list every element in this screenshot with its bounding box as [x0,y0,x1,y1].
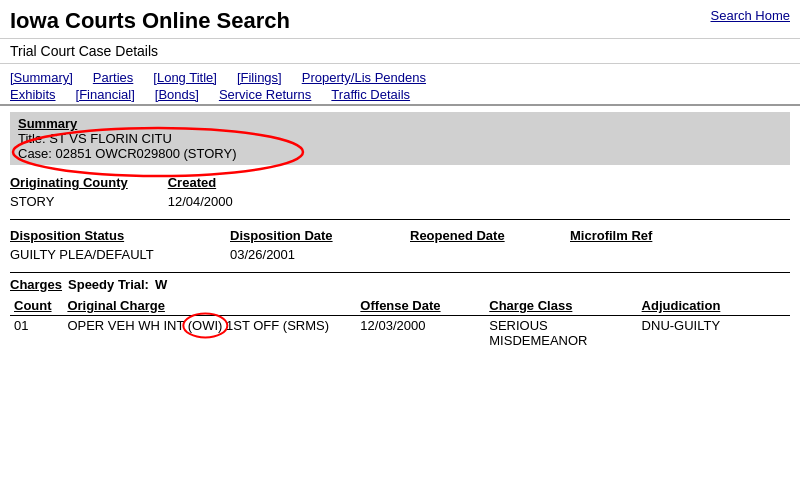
page-header: Iowa Courts Online Search Search Home [0,0,800,39]
charge-text-before: OPER VEH WH INT [67,318,187,333]
charges-table-head: Count Original Charge Offense Date Charg… [10,296,790,316]
speedy-trial-label: Speedy Trial: [68,277,149,292]
microfilm-ref-field: Microfilm Ref [570,224,710,268]
created-label: Created [168,171,233,192]
cell-charge-class: SERIOUSMISDEMEANOR [485,316,637,351]
created-value: 12/04/2000 [168,192,233,215]
charges-table: Count Original Charge Offense Date Charg… [10,296,790,350]
cell-count: 01 [10,316,63,351]
summary-section: Summary Title: ST VS FLORIN CITU Case: 0… [10,112,790,165]
owi-circle-annotation [184,314,227,337]
microfilm-ref-label: Microfilm Ref [570,224,710,245]
tab-summary[interactable]: [Summary] [10,70,73,85]
fields-row-2: Disposition Status GUILTY PLEA/DEFAULT D… [10,224,790,268]
case-number-line: Case: 02851 OWCR029800 (STORY) [18,146,782,161]
charges-table-header-row: Count Original Charge Offense Date Charg… [10,296,790,316]
speedy-trial-value: W [155,277,167,292]
navigation-tabs: [Summary] Parties [Long Title] [Filings]… [0,64,800,106]
tab-filings[interactable]: [Filings] [237,70,282,85]
charges-header: Charges Speedy Trial: W [10,277,790,292]
charge-text-after: 1ST OFF (SRMS) [222,318,329,333]
case-value: 02851 OWCR029800 (STORY) [56,146,237,161]
case-label: Case: [18,146,52,161]
charges-label: Charges [10,277,62,292]
disposition-date-label: Disposition Date [230,224,390,245]
page-sub-title: Trial Court Case Details [10,43,158,59]
col-header-count: Count [10,296,63,316]
reopened-date-value [410,245,550,253]
reopened-date-label: Reopened Date [410,224,550,245]
originating-county-label: Originating County [10,171,128,192]
nav-row-1: [Summary] Parties [Long Title] [Filings]… [10,70,790,85]
microfilm-ref-value [570,245,710,253]
disposition-status-field: Disposition Status GUILTY PLEA/DEFAULT [10,224,210,268]
search-home-link[interactable]: Search Home [711,8,790,23]
divider-2 [10,272,790,273]
summary-label: Summary [18,116,77,131]
tab-bonds[interactable]: [Bonds] [155,87,199,102]
tab-financial[interactable]: [Financial] [76,87,135,102]
tab-property[interactable]: Property/Lis Pendens [302,70,426,85]
col-header-adjudication: Adjudication [638,296,790,316]
cell-offense-date: 12/03/2000 [356,316,485,351]
disposition-status-value: GUILTY PLEA/DEFAULT [10,245,210,268]
case-title-line: Title: ST VS FLORIN CITU [18,131,782,146]
col-header-offense-date: Offense Date [356,296,485,316]
disposition-date-field: Disposition Date 03/26/2001 [230,224,390,268]
tab-parties[interactable]: Parties [93,70,133,85]
table-row: 01OPER VEH WH INT (OWI) 1ST OFF (SRMS)12… [10,316,790,351]
divider-1 [10,219,790,220]
cell-adjudication: DNU-GUILTY [638,316,790,351]
summary-header: Summary [18,116,782,131]
tab-service-returns[interactable]: Service Returns [219,87,311,102]
nav-row-2: Exhibits [Financial] [Bonds] Service Ret… [10,87,790,102]
title-label: Title: [18,131,46,146]
tab-traffic-details[interactable]: Traffic Details [331,87,410,102]
col-header-original-charge: Original Charge [63,296,356,316]
col-header-charge-class: Charge Class [485,296,637,316]
tab-long-title[interactable]: [Long Title] [153,70,217,85]
page-sub-header: Trial Court Case Details [0,39,800,64]
created-field: Created 12/04/2000 [168,171,233,215]
cell-original-charge: OPER VEH WH INT (OWI) 1ST OFF (SRMS) [63,316,356,351]
tab-exhibits[interactable]: Exhibits [10,87,56,102]
disposition-date-value: 03/26/2001 [230,245,390,268]
charges-table-body: 01OPER VEH WH INT (OWI) 1ST OFF (SRMS)12… [10,316,790,351]
charge-owi: (OWI) [188,318,223,333]
main-content: Summary Title: ST VS FLORIN CITU Case: 0… [0,106,800,356]
disposition-status-label: Disposition Status [10,224,210,245]
fields-row-1: Originating County STORY Created 12/04/2… [10,171,790,215]
app-title: Iowa Courts Online Search [10,8,290,34]
reopened-date-field: Reopened Date [410,224,550,268]
originating-county-value: STORY [10,192,128,215]
svg-point-1 [183,314,227,338]
originating-county-field: Originating County STORY [10,171,128,215]
title-value: ST VS FLORIN CITU [49,131,172,146]
